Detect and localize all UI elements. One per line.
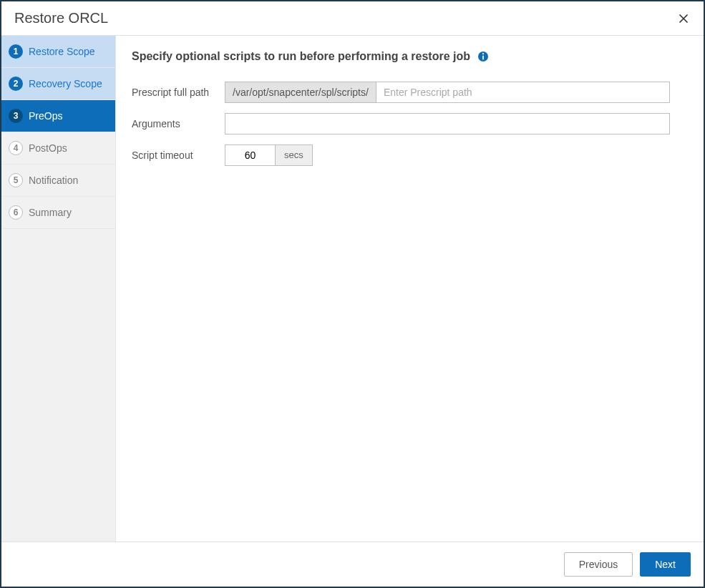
step-number: 5: [9, 173, 23, 187]
step-label: PreOps: [29, 110, 62, 122]
wizard-sidebar: 1 Restore Scope 2 Recovery Scope 3 PreOp…: [1, 36, 116, 542]
step-number: 1: [9, 44, 23, 59]
timeout-unit: secs: [275, 144, 313, 166]
step-number: 6: [9, 205, 23, 220]
prescript-label: Prescript full path: [132, 87, 225, 98]
step-label: Restore Scope: [29, 46, 95, 57]
restore-dialog: Restore ORCL 1 Restore Scope 2 Recovery …: [0, 0, 705, 588]
step-number: 3: [9, 109, 23, 123]
step-label: Recovery Scope: [29, 78, 102, 89]
info-icon[interactable]: [477, 51, 489, 62]
content-heading: Specify optional scripts to run before p…: [132, 50, 688, 63]
prescript-path-prefix: /var/opt/snapcenter/spl/scripts/: [225, 82, 376, 103]
step-summary[interactable]: 6 Summary: [1, 197, 115, 229]
timeout-label: Script timeout: [132, 150, 225, 161]
timeout-row: Script timeout secs: [132, 144, 688, 166]
dialog-header: Restore ORCL: [1, 1, 704, 36]
svg-rect-1: [482, 56, 484, 60]
prescript-row: Prescript full path /var/opt/snapcenter/…: [132, 82, 688, 103]
step-label: PostOps: [29, 142, 67, 154]
content-panel: Specify optional scripts to run before p…: [116, 36, 704, 542]
timeout-input[interactable]: [225, 144, 275, 166]
arguments-input[interactable]: [225, 113, 670, 134]
next-button[interactable]: Next: [640, 552, 691, 577]
step-number: 2: [9, 77, 23, 91]
svg-point-2: [482, 53, 484, 54]
close-icon: [679, 11, 688, 26]
step-label: Summary: [29, 207, 72, 218]
step-recovery-scope[interactable]: 2 Recovery Scope: [1, 68, 115, 100]
prescript-path-input[interactable]: [376, 82, 670, 103]
step-label: Notification: [29, 175, 78, 186]
step-number: 4: [9, 141, 23, 155]
heading-text: Specify optional scripts to run before p…: [132, 50, 470, 63]
step-postops[interactable]: 4 PostOps: [1, 132, 115, 165]
arguments-row: Arguments: [132, 113, 688, 134]
arguments-label: Arguments: [132, 118, 225, 129]
dialog-title: Restore ORCL: [14, 10, 108, 26]
close-button[interactable]: [676, 12, 691, 25]
step-preops[interactable]: 3 PreOps: [1, 100, 115, 132]
step-restore-scope[interactable]: 1 Restore Scope: [1, 36, 115, 68]
step-notification[interactable]: 5 Notification: [1, 165, 115, 197]
timeout-group: secs: [225, 144, 313, 166]
dialog-body: 1 Restore Scope 2 Recovery Scope 3 PreOp…: [1, 36, 704, 542]
prescript-group: /var/opt/snapcenter/spl/scripts/: [225, 82, 670, 103]
dialog-footer: Previous Next: [1, 542, 704, 587]
previous-button[interactable]: Previous: [564, 552, 633, 577]
